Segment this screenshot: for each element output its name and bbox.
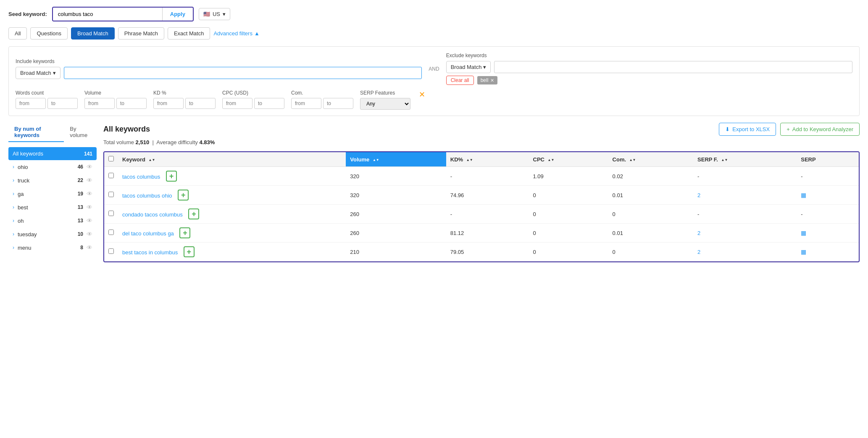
sort-icon[interactable]: ▲▼ <box>149 158 155 162</box>
sidebar-item-all-keywords[interactable]: All keywords 141 <box>8 147 97 160</box>
table-row: condado tacos columbus + 260 - 0 0 - - <box>104 205 859 224</box>
tab-broad[interactable]: Broad Match <box>71 27 115 40</box>
sidebar-item-count: 22 <box>78 177 83 183</box>
tab-phrase[interactable]: Phrase Match <box>118 27 164 40</box>
words-count-from[interactable] <box>16 98 46 109</box>
sidebar-tab-volume[interactable]: By volume <box>64 123 97 142</box>
sort-icon[interactable]: ▲▼ <box>373 158 379 162</box>
sidebar-item-tuesday[interactable]: › tuesday 10 👁 <box>8 227 97 241</box>
chevron-down-icon: ▾ <box>223 11 226 17</box>
seed-input[interactable] <box>53 8 162 21</box>
sidebar-item-menu[interactable]: › menu 8 👁 <box>8 241 97 254</box>
sidebar-item-left: All keywords <box>13 150 43 157</box>
eye-icon[interactable]: 👁 <box>87 244 92 251</box>
sidebar-item-count: 141 <box>84 151 92 157</box>
tab-all[interactable]: All <box>8 27 27 40</box>
row-serp-f: 2 <box>693 186 797 205</box>
eye-icon[interactable]: 👁 <box>87 204 92 211</box>
include-row: Broad Match ▾ <box>16 67 422 79</box>
row-volume: 210 <box>346 243 446 261</box>
sidebar-tab-num-keywords[interactable]: By num of keywords <box>8 123 64 142</box>
add-row-button[interactable]: + <box>166 171 177 182</box>
sidebar-item-label: tuesday <box>18 231 37 237</box>
row-serp: ▦ <box>797 224 859 243</box>
serp-select[interactable]: Any <box>360 98 410 110</box>
cpc-filter: CPC (USD) <box>222 90 284 109</box>
volume-to[interactable] <box>116 98 147 109</box>
kd-to[interactable] <box>185 98 216 109</box>
com-from[interactable] <box>291 98 321 109</box>
sidebar-item-oh[interactable]: › oh 13 👁 <box>8 214 97 227</box>
row-select[interactable] <box>108 230 114 235</box>
sidebar-item-label: truck <box>18 177 29 184</box>
sort-icon[interactable]: ▲▼ <box>548 158 555 162</box>
sidebar: By num of keywords By volume All keyword… <box>0 123 97 262</box>
row-keyword: condado tacos columbus + <box>118 205 346 224</box>
sort-icon[interactable]: ▲▼ <box>629 158 636 162</box>
avg-difficulty: 4.83% <box>199 139 215 145</box>
add-row-button[interactable]: + <box>188 208 199 219</box>
clear-range-button[interactable]: ✕ <box>417 90 427 99</box>
sidebar-item-label: best <box>18 204 28 211</box>
cpc-from[interactable] <box>222 98 253 109</box>
country-selector[interactable]: 🇺🇸 US ▾ <box>199 8 230 20</box>
com-to[interactable] <box>323 98 353 109</box>
header-kd: KD% ▲▼ <box>446 152 529 167</box>
keyword-link[interactable]: tacos columbus ohio <box>122 193 172 199</box>
cpc-to[interactable] <box>254 98 284 109</box>
eye-icon[interactable]: 👁 <box>87 190 92 197</box>
advanced-filters-button[interactable]: Advanced filters ▲ <box>213 30 259 37</box>
sidebar-item-ga[interactable]: › ga 19 👁 <box>8 187 97 201</box>
tab-exact[interactable]: Exact Match <box>168 27 210 40</box>
tag-close-icon[interactable]: × <box>490 77 494 83</box>
exclude-label: Exclude keywords <box>446 53 852 58</box>
keyword-link[interactable]: del taco columbus ga <box>122 230 174 237</box>
add-row-button[interactable]: + <box>178 190 189 201</box>
kd-from[interactable] <box>153 98 184 109</box>
export-label: Export to XLSX <box>732 126 770 132</box>
eye-icon[interactable]: 👁 <box>87 231 92 237</box>
sort-icon[interactable]: ▲▼ <box>721 158 728 162</box>
apply-button[interactable]: Apply <box>162 8 193 21</box>
select-all-checkbox[interactable] <box>108 156 114 161</box>
exclude-match-select[interactable]: Broad Match ▾ <box>446 61 491 73</box>
keyword-link[interactable]: condado tacos columbus <box>122 211 183 218</box>
words-count-to[interactable] <box>47 98 78 109</box>
eye-icon[interactable]: 👁 <box>87 217 92 224</box>
com-inputs <box>291 98 353 109</box>
clear-all-button[interactable]: Clear all <box>446 76 474 85</box>
add-row-button[interactable]: + <box>184 246 195 257</box>
export-button[interactable]: ⬇ Export to XLSX <box>719 123 776 136</box>
row-select[interactable] <box>108 211 114 216</box>
exclude-match-label: Broad Match <box>451 64 482 70</box>
eye-icon[interactable]: 👁 <box>87 164 92 170</box>
kd-filter: KD % <box>153 90 216 109</box>
include-match-select[interactable]: Broad Match ▾ <box>16 67 60 79</box>
sidebar-item-truck[interactable]: › truck 22 👁 <box>8 174 97 187</box>
include-match-label: Broad Match <box>20 70 51 76</box>
keyword-link[interactable]: tacos columbus <box>122 174 160 180</box>
filter-tabs: All Questions Broad Match Phrase Match E… <box>8 27 860 40</box>
row-select[interactable] <box>108 173 114 178</box>
exclude-keywords-input[interactable] <box>494 61 852 73</box>
header-cpc: CPC ▲▼ <box>529 152 608 167</box>
sort-icon[interactable]: ▲▼ <box>466 158 473 162</box>
keywords-stats: Total volume 2,510 | Average difficulty … <box>103 139 860 145</box>
and-label: AND <box>429 66 439 72</box>
tab-questions[interactable]: Questions <box>30 27 68 40</box>
sidebar-item-best[interactable]: › best 13 👁 <box>8 201 97 214</box>
add-keyword-button[interactable]: + Add to Keyword Analyzer <box>780 123 860 136</box>
row-select[interactable] <box>108 192 114 197</box>
sidebar-item-count: 13 <box>78 218 83 224</box>
volume-from[interactable] <box>84 98 115 109</box>
add-row-button[interactable]: + <box>179 227 190 238</box>
row-cpc: 0 <box>529 205 608 224</box>
row-kd: 79.05 <box>446 243 529 261</box>
keyword-link[interactable]: best tacos in columbus <box>122 249 178 256</box>
eye-icon[interactable]: 👁 <box>87 177 92 184</box>
sidebar-item-ohio[interactable]: › ohio 46 👁 <box>8 160 97 174</box>
include-keywords-input[interactable] <box>64 67 422 79</box>
row-select[interactable] <box>108 248 114 254</box>
sidebar-item-count: 10 <box>78 231 83 237</box>
range-filters: Words count Volume KD % <box>16 90 852 110</box>
